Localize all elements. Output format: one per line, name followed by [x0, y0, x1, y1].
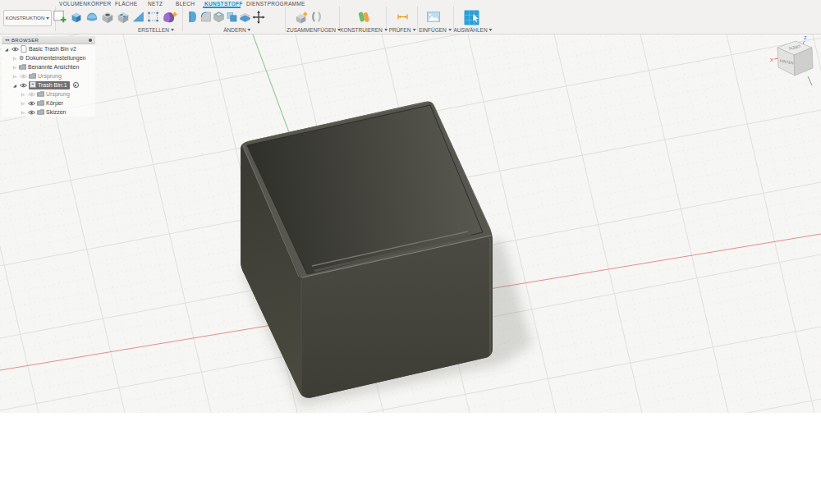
collapsed-arrow-icon[interactable]: ▷: [12, 65, 17, 70]
activate-component-radio[interactable]: [73, 82, 79, 88]
group-aendern[interactable]: ÄNDERN: [223, 27, 250, 33]
expanded-arrow-icon[interactable]: ◢: [12, 83, 17, 88]
tab-dienstprogramme[interactable]: DIENSTPROGRAMME: [246, 1, 305, 7]
construction-label: KONSTRUKTION: [6, 16, 45, 21]
visibility-eye-icon[interactable]: [27, 92, 35, 97]
tree-item-label: Dokumenteinstellungen: [25, 55, 85, 61]
gear-icon: ⚙: [19, 55, 24, 61]
group-konstruieren-label: KONSTRUIEREN: [340, 27, 383, 33]
folder-icon: [19, 64, 26, 71]
folder-icon: [29, 73, 36, 80]
tree-item-origin-nested[interactable]: ▷ Ursprung: [2, 89, 95, 99]
group-einfuegen-label: EINFÜGEN: [419, 27, 447, 33]
browser-header[interactable]: ◂◂ BROWSER: [2, 36, 95, 44]
group-zusammenfuegen-label: ZUSAMMENFÜGEN: [287, 27, 336, 33]
select-icon[interactable]: [462, 8, 482, 27]
folder-icon: [37, 91, 44, 98]
group-pruefen-label: PRÜFEN: [389, 27, 411, 33]
toolbar-separator: [182, 7, 183, 31]
form-icon[interactable]: [85, 8, 99, 25]
chevron-down-icon: [171, 29, 174, 31]
rib-icon[interactable]: [131, 8, 145, 25]
new-component-icon[interactable]: [294, 8, 310, 25]
collapsed-arrow-icon[interactable]: ▷: [21, 101, 25, 106]
chevron-down-icon: [384, 29, 388, 31]
browser-title: BROWSER: [11, 38, 39, 43]
move-icon[interactable]: [251, 8, 266, 25]
tree-item-named-views[interactable]: ▷ Benannte Ansichten: [2, 62, 95, 71]
project-sketch-icon[interactable]: [146, 8, 160, 25]
visibility-eye-icon[interactable]: [19, 74, 27, 79]
axis-x-label: X: [770, 57, 773, 62]
component-icon: [30, 81, 36, 89]
joint-icon[interactable]: [310, 8, 323, 25]
construction-dropdown-button[interactable]: KONSTRUKTION: [3, 10, 52, 26]
measure-icon[interactable]: [396, 8, 410, 25]
tree-item-label: Skizzen: [46, 109, 67, 115]
collapsed-arrow-icon[interactable]: ▷: [12, 56, 17, 61]
tree-item-bodies[interactable]: ▷ Körper: [2, 99, 95, 108]
tree-item-document-settings[interactable]: ▷ ⚙ Dokumenteinstellungen: [2, 53, 95, 62]
pattern-icon[interactable]: [116, 8, 131, 25]
visibility-eye-icon[interactable]: [11, 47, 19, 52]
group-einfuegen[interactable]: EINFÜGEN: [419, 27, 452, 33]
viewcube[interactable]: Z X OBEN HINTEN: [768, 31, 820, 90]
tab-blech[interactable]: BLECH: [176, 1, 195, 7]
group-erstellen-label: ERSTELLEN: [138, 27, 169, 33]
collapsed-arrow-icon[interactable]: ▷: [21, 110, 25, 115]
group-auswaehlen-label: AUSWÄHLEN: [453, 27, 487, 33]
visibility-eye-icon[interactable]: [27, 101, 35, 106]
axis-z-label: Z: [804, 35, 807, 40]
tree-item-label: Ursprung: [46, 91, 70, 97]
plastic-rule-icon[interactable]: [161, 8, 179, 25]
folder-icon: [37, 100, 44, 107]
construct-plane-icon[interactable]: [356, 8, 371, 25]
tree-item-sketches[interactable]: ▷ Skizzen: [2, 108, 95, 117]
tab-flaeche[interactable]: FLÄCHE: [115, 1, 137, 7]
group-auswaehlen[interactable]: AUSWÄHLEN: [453, 27, 492, 33]
tree-item-origin[interactable]: ▷ Ursprung: [2, 71, 95, 80]
collapse-panel-icon[interactable]: ◂◂: [5, 38, 9, 42]
chevron-down-icon: [46, 17, 49, 20]
chevron-down-icon: [448, 29, 452, 31]
tree-item-label: Basic Trash Bin v2: [29, 46, 76, 52]
extrude-icon[interactable]: [69, 8, 84, 25]
shell-icon[interactable]: [212, 8, 226, 25]
combine-icon[interactable]: [225, 8, 239, 25]
axis-y-line: [808, 76, 812, 85]
tree-item-label: Ursprung: [38, 73, 62, 79]
selected-component-pill[interactable]: Trash Bin:1: [29, 81, 70, 89]
tab-netz[interactable]: NETZ: [148, 1, 163, 7]
press-pull-icon[interactable]: [186, 8, 198, 25]
tree-item-label: Benannte Ansichten: [28, 64, 79, 70]
group-erstellen[interactable]: ERSTELLEN: [138, 27, 174, 33]
group-konstruieren[interactable]: KONSTRUIEREN: [340, 27, 388, 33]
insert-image-icon[interactable]: [425, 8, 442, 25]
collapsed-arrow-icon[interactable]: ▷: [12, 74, 17, 79]
group-zusammenfuegen[interactable]: ZUSAMMENFÜGEN: [287, 27, 341, 33]
expanded-arrow-icon[interactable]: ◢: [4, 47, 9, 52]
chevron-down-icon: [412, 29, 415, 31]
fusion-window: VOLUMENKÖRPER FLÄCHE NETZ BLECH KUNSTSTO…: [0, 0, 821, 504]
create-sketch-icon[interactable]: [52, 8, 67, 25]
folder-icon: [37, 109, 44, 116]
tree-item-component-selected[interactable]: ◢ Trash Bin:1: [2, 80, 95, 89]
tab-kunststoff[interactable]: KUNSTSTOFF: [204, 1, 243, 7]
browser-menu-icon[interactable]: [89, 39, 92, 42]
document-icon: [21, 45, 27, 53]
toolbar-separator: [285, 7, 286, 31]
group-aendern-label: ÄNDERN: [223, 27, 245, 33]
visibility-eye-icon[interactable]: [19, 83, 27, 88]
collapsed-arrow-icon[interactable]: ▷: [21, 92, 25, 97]
toolbar-separator: [417, 7, 418, 31]
hole-icon[interactable]: [100, 8, 115, 25]
tab-volumenkoerper[interactable]: VOLUMENKÖRPER: [59, 1, 112, 7]
fillet-icon[interactable]: [199, 8, 213, 25]
tree-item-label: Körper: [46, 100, 63, 106]
visibility-eye-icon[interactable]: [27, 110, 35, 115]
viewport-canvas[interactable]: [0, 34, 821, 504]
tree-item-label: Trash Bin:1: [38, 82, 67, 88]
group-pruefen[interactable]: PRÜFEN: [389, 27, 416, 33]
tree-item-document[interactable]: ◢ Basic Trash Bin v2: [2, 44, 95, 53]
split-body-icon[interactable]: [238, 8, 252, 25]
